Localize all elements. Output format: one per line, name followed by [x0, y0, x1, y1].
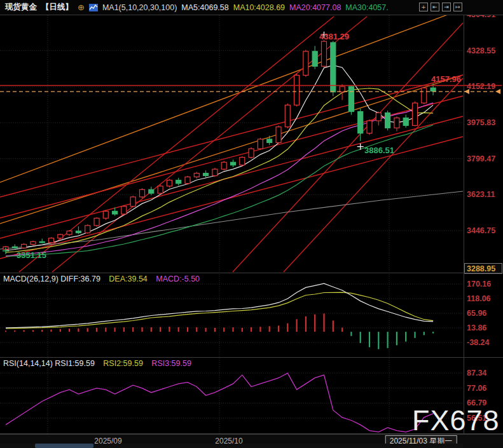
candle-body: [322, 41, 327, 66]
symbol-title: 现货黄金: [5, 2, 37, 13]
price-arrow-icon: [495, 89, 500, 94]
candle-body: [130, 197, 135, 207]
candle-body: [294, 75, 300, 105]
price-tick-label: 3623.11: [467, 190, 495, 199]
candle-body: [394, 118, 399, 128]
chart-type-icon[interactable]: [89, 4, 98, 11]
axis-min-label: 3288.95: [467, 264, 495, 273]
candle-body: [176, 180, 181, 184]
macd-tick-label: 170.16: [467, 280, 491, 288]
candle-body: [94, 218, 99, 226]
candle-body: [85, 226, 90, 233]
scale-left-icon[interactable]: ⇤: [431, 3, 439, 11]
candle-body: [39, 241, 45, 243]
price-tick-label: 3446.75: [467, 226, 495, 235]
rsi-tick-label: 56.51: [467, 414, 486, 423]
panel-separators: [0, 0, 503, 448]
candle-body: [49, 238, 54, 243]
rsi1-label: RSI(14,14,14) RSI1:59.59: [3, 359, 95, 368]
rsi-tick-label: 77.06: [467, 384, 486, 393]
candle-body: [385, 113, 390, 128]
candle-body: [149, 189, 154, 193]
candle-body: [185, 177, 190, 183]
rsi3-label: RSI3:59.59: [151, 359, 191, 368]
candle-body: [285, 105, 290, 126]
candle-body: [221, 162, 226, 169]
chart-canvas[interactable]: 4157.964381.293886.513351.154504.914328.…: [0, 0, 503, 448]
price-tick-label: 3799.47: [467, 154, 495, 163]
ma10-value: MA10:4028.69: [233, 3, 285, 12]
candle-body: [348, 86, 354, 112]
candle-body: [303, 51, 308, 76]
candle-body: [413, 103, 418, 125]
macd-tick-label: -38.24: [467, 338, 489, 347]
candle-body: [22, 244, 27, 248]
candle-body: [140, 189, 145, 197]
scrollbar-thumb[interactable]: [35, 444, 93, 448]
candle-body: [358, 112, 363, 133]
scrollbar-track[interactable]: [0, 444, 463, 448]
price-annotation: 3351.15: [17, 250, 46, 260]
rsi-indicator-label: RSI(14,14,14) RSI1:59.59 RSI2:59.59 RSI3…: [3, 359, 198, 368]
extreme-markers: [3, 32, 364, 254]
candle-body: [212, 169, 217, 175]
candle-body: [58, 234, 63, 238]
macd-tick-label: 65.96: [467, 309, 486, 318]
macd-hist-label: MACD:-5.50: [156, 275, 200, 283]
candle-body: [67, 231, 72, 234]
move-icon[interactable]: +: [419, 3, 428, 11]
macd-panel: [6, 283, 433, 349]
header-toolbar: + ⇤ ⇥ ↦: [419, 3, 462, 11]
price-annotation: 3886.51: [364, 146, 394, 155]
candle-body: [121, 207, 127, 214]
candle-body: [267, 139, 272, 142]
detach-icon[interactable]: ↦: [453, 3, 462, 11]
macd-dea-label: DEA:39.54: [109, 275, 147, 283]
scale-right-icon[interactable]: ⇥: [442, 3, 451, 11]
price-tick-label: 3975.83: [467, 118, 495, 127]
candle-body: [312, 51, 317, 66]
rsi2-label: RSI2:59.59: [103, 359, 143, 368]
candle-body: [194, 173, 199, 177]
ma5-line: [6, 65, 433, 250]
candle-body: [203, 173, 209, 176]
chart-window: 现货黄金 【日线】 ⊕ MA1(5,10,20,30,100) MA5:4069…: [0, 0, 503, 448]
add-compare-icon[interactable]: ⊕: [78, 3, 85, 12]
candle-body: [113, 211, 118, 214]
candle-body: [167, 180, 172, 186]
macd-tick-label: 118.06: [467, 294, 491, 303]
candle-body: [422, 88, 427, 103]
ma-settings-label: MA1(5,10,20,30,100): [102, 3, 177, 12]
period-label: 【日线】: [41, 2, 73, 13]
rsi-tick-label: 66.79: [467, 398, 486, 407]
macd-indicator-label: MACD(26,12,9) DIFF:36.79 DEA:39.54 MACD:…: [3, 275, 206, 283]
alert-price-label: 4157.96: [431, 74, 461, 84]
rsi-tick-label: 87.34: [467, 369, 486, 377]
candle-body: [376, 113, 381, 121]
ma30-value: MA30:4057.: [345, 3, 388, 12]
candle-body: [12, 247, 17, 248]
candle-body: [276, 127, 281, 143]
candle-body: [249, 149, 254, 157]
candle-body: [31, 241, 36, 244]
price-axis: 4504.914328.554152.193975.833799.473623.…: [465, 10, 502, 274]
candle-body: [103, 211, 108, 218]
macd-tick-label: 13.86: [467, 323, 486, 332]
macd-diff-label: MACD(26,12,9) DIFF:36.79: [3, 275, 100, 283]
candle-body: [76, 231, 81, 233]
candle-body: [331, 43, 336, 92]
candle-body: [431, 88, 436, 91]
price-annotation: 4381.29: [319, 32, 349, 41]
ma5-value: MA5:4069.58: [181, 3, 228, 12]
price-tick-label: 4328.55: [467, 46, 495, 55]
candle-body: [258, 139, 263, 149]
candle-body: [403, 118, 408, 126]
candle-body: [240, 158, 245, 165]
candle-body: [367, 121, 372, 133]
candle-body: [158, 186, 163, 193]
ma20-value: MA20:4077.08: [289, 3, 341, 12]
candle-body: [231, 162, 236, 165]
price-tick-label: 4152.19: [467, 82, 495, 91]
